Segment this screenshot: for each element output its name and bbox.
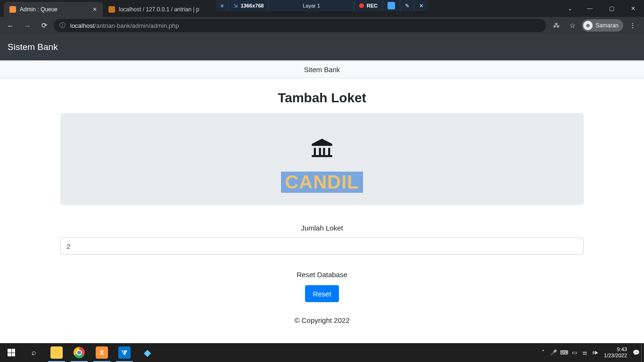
bookmark-icon[interactable]: ☆	[566, 19, 579, 32]
show-desktop-button[interactable]	[641, 343, 644, 362]
tray-overflow-icon[interactable]: ˄	[538, 343, 548, 362]
search-icon: ⌕	[32, 348, 36, 357]
browser-menu-icon[interactable]: ⋮	[626, 19, 639, 32]
diamond-icon: ◆	[144, 347, 151, 358]
jumlah-loket-input[interactable]	[60, 238, 584, 255]
tray-notifications-icon[interactable]: 💬	[631, 343, 641, 362]
avatar-icon: ☻	[583, 21, 593, 30]
tray-mic-icon[interactable]: 🎤	[548, 343, 559, 362]
bank-icon	[310, 137, 334, 163]
taskbar-chrome[interactable]	[68, 343, 91, 362]
tray-wifi-icon[interactable]: ⚌	[579, 343, 590, 362]
search-button[interactable]: ⌕	[23, 343, 45, 362]
windows-taskbar: ⌕ X ⧩ ◆ ˄ 🎤 ⌨ ▭ ⚌ 🕪 9:43 1/23/2022 💬	[0, 343, 644, 362]
tray-keyboard-icon[interactable]: ⌨	[559, 343, 569, 362]
recorder-close-button[interactable]: ✕	[414, 0, 428, 11]
page-title: Tambah Loket	[60, 90, 584, 106]
taskbar-file-explorer[interactable]	[45, 343, 68, 362]
tray-volume-icon[interactable]: 🕪	[590, 343, 600, 362]
recorder-dimensions: ⇲ 644x362	[229, 0, 269, 11]
taskbar-xampp[interactable]: X	[91, 343, 113, 362]
clock-date: 1/23/2022	[604, 353, 627, 359]
windows-icon	[8, 349, 15, 356]
window-maximize-button[interactable]: ▢	[601, 1, 622, 16]
tray-battery-icon[interactable]: ▭	[569, 343, 579, 362]
chrome-icon	[74, 347, 85, 358]
subheader-text: Sitem Bank	[304, 66, 340, 74]
recorder-draw-button[interactable]: ✎	[400, 0, 414, 11]
tab-close-icon[interactable]: ✕	[92, 6, 97, 13]
taskbar-vscode[interactable]: ⧩	[113, 343, 136, 362]
nav-forward-button: →	[20, 18, 35, 33]
recorder-menu-icon[interactable]: ≡	[216, 0, 229, 11]
start-button[interactable]	[0, 343, 23, 362]
vscode-icon: ⧩	[118, 346, 131, 359]
tab-title: Admin : Queue	[20, 6, 58, 13]
record-icon	[359, 3, 364, 8]
profile-name: Samaran	[595, 22, 619, 29]
tab-overflow-icon[interactable]: ⌄	[561, 1, 579, 16]
jumbotron: CANDIL	[60, 113, 584, 205]
navbar-brand[interactable]: Sistem Bank	[8, 42, 58, 52]
close-icon: ✕	[419, 3, 423, 9]
page-viewport: Sistem Bank Sitem Bank Tambah Loket CAND…	[0, 34, 644, 343]
capture-icon	[388, 2, 395, 9]
window-close-button[interactable]: ✕	[622, 1, 644, 16]
page-subheader: Sitem Bank	[0, 60, 644, 78]
pencil-icon: ✎	[405, 3, 409, 9]
address-bar[interactable]: ⓘ localhost/antrian-bank/admin/admin.php	[54, 19, 546, 32]
jumlah-loket-label: Jumlah Loket	[60, 224, 584, 232]
window-minimize-button[interactable]: ―	[579, 1, 601, 16]
clock-time: 9:43	[604, 346, 627, 353]
app-navbar: Sistem Bank	[0, 34, 644, 60]
screen-recorder-bar: ≡ ⇲ 644x362 Layar 1 REC ✎ ✕	[216, 0, 428, 11]
reset-database-label: Reset Database	[60, 271, 584, 279]
crop-icon: ⇲	[233, 3, 238, 9]
nav-back-button[interactable]: ←	[3, 18, 18, 33]
browser-tab-active[interactable]: Admin : Queue ✕	[4, 2, 103, 17]
nav-reload-button[interactable]: ⟳	[37, 18, 52, 33]
browser-toolbar: ← → ⟳ ⓘ localhost/antrian-bank/admin/adm…	[0, 17, 644, 34]
site-info-icon[interactable]: ⓘ	[59, 21, 66, 30]
recorder-capture-button[interactable]	[383, 0, 400, 11]
translate-icon[interactable]: ⁂	[550, 19, 563, 32]
browser-tab-inactive[interactable]: localhost / 127.0.0.1 / antrian | p ✕	[103, 2, 214, 17]
profile-chip[interactable]: ☻ Samaran	[582, 19, 623, 32]
file-explorer-icon	[50, 346, 63, 359]
copyright-text: © Copyright 2022	[60, 316, 584, 324]
tab-title: localhost / 127.0.0.1 / antrian | p	[119, 6, 199, 13]
taskbar-app[interactable]: ◆	[136, 343, 158, 362]
reset-button[interactable]: Reset	[305, 285, 339, 302]
url-text: localhost/antrian-bank/admin/admin.php	[70, 22, 179, 29]
tab-favicon	[108, 6, 115, 13]
taskbar-clock[interactable]: 9:43 1/23/2022	[600, 346, 631, 359]
recorder-rec-button[interactable]: REC	[355, 0, 383, 11]
xampp-icon: X	[96, 346, 108, 359]
recorder-screen-label: Layar 1	[269, 0, 354, 11]
tab-favicon	[9, 6, 16, 13]
brand-highlight: CANDIL	[281, 172, 363, 193]
